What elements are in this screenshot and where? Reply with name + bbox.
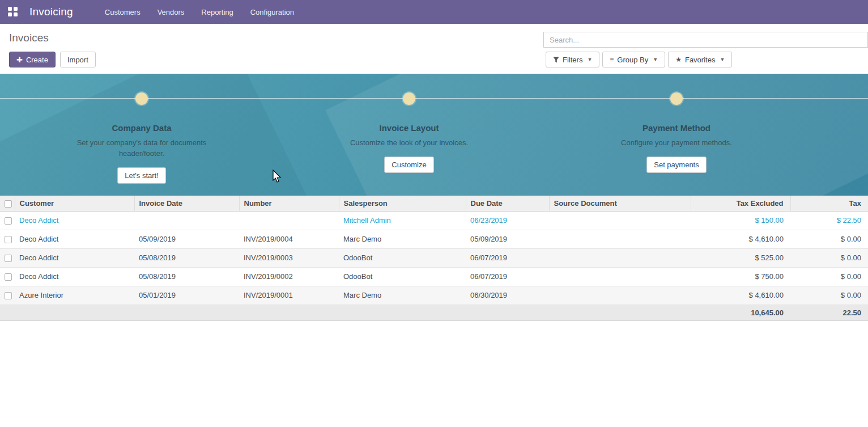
header-tax[interactable]: Tax <box>790 196 868 211</box>
customize-button[interactable]: Customize <box>384 157 433 173</box>
invoice-row[interactable]: Deco Addict 05/09/2019 INV/2019/0004 Mar… <box>0 230 868 248</box>
header-number[interactable]: Number <box>239 196 339 211</box>
group-by-list-icon: ≡ <box>610 56 614 64</box>
chevron-down-icon: ▼ <box>720 57 725 62</box>
cell-number: INV/2019/0001 <box>239 286 339 305</box>
cell-salesperson: OdooBot <box>339 267 466 286</box>
cell-salesperson: Marc Demo <box>339 286 466 305</box>
cell-source-document <box>549 248 691 267</box>
step-invoice-layout: Invoice Layout Customize the look of you… <box>275 74 543 184</box>
step-title: Payment Method <box>543 123 810 133</box>
cell-salesperson: Marc Demo <box>339 230 466 248</box>
nav-item-customers[interactable]: Customers <box>105 8 141 16</box>
footer-tax-total: 22.50 <box>790 305 868 320</box>
cell-salesperson: OdooBot <box>339 248 466 267</box>
cell-source-document <box>549 286 691 305</box>
cell-source-document <box>549 267 691 286</box>
onboarding-steps: Company Data Set your company's data for… <box>8 74 810 184</box>
cell-tax: $ 0.00 <box>790 230 868 248</box>
table-footer-row: 10,645.00 22.50 <box>0 305 868 320</box>
cell-customer: Deco Addict <box>15 267 134 286</box>
invoicing-page: Invoicing Customers Vendors Reporting Co… <box>0 0 868 427</box>
nav-item-vendors[interactable]: Vendors <box>158 8 185 16</box>
cell-due-date: 06/23/2019 <box>466 211 549 230</box>
action-buttons: ✚ Create Import <box>9 52 96 67</box>
cell-tax-excluded: $ 150.00 <box>691 211 790 230</box>
cell-invoice-date: 05/08/2019 <box>134 267 239 286</box>
invoice-row[interactable]: Deco Addict 05/08/2019 INV/2019/0003 Odo… <box>0 248 868 267</box>
cell-invoice-date: 05/09/2019 <box>134 230 239 248</box>
cell-source-document <box>549 211 691 230</box>
cell-due-date: 06/30/2019 <box>466 286 549 305</box>
cell-tax: $ 0.00 <box>790 248 868 267</box>
cell-tax-excluded: $ 4,610.00 <box>691 230 790 248</box>
cell-tax: $ 0.00 <box>790 286 868 305</box>
cell-tax-excluded: $ 750.00 <box>691 267 790 286</box>
filters-button[interactable]: Filters ▼ <box>546 52 599 67</box>
row-checkbox[interactable] <box>5 217 12 225</box>
cell-customer: Azure Interior <box>15 286 134 305</box>
header-tax-excluded[interactable]: Tax Excluded <box>691 196 790 211</box>
select-all-header[interactable] <box>0 196 15 211</box>
cell-invoice-date <box>134 211 239 230</box>
favorites-button[interactable]: ★ Favorites ▼ <box>668 52 732 67</box>
footer-tax-excluded-total: 10,645.00 <box>691 305 790 320</box>
step-description: Customize the look of your invoices. <box>344 138 474 149</box>
app-title[interactable]: Invoicing <box>29 6 73 18</box>
row-checkbox[interactable] <box>5 292 12 299</box>
invoice-row[interactable]: Deco Addict Mitchell Admin 06/23/2019 $ … <box>0 211 868 230</box>
filter-funnel-icon <box>553 57 559 63</box>
row-checkbox[interactable] <box>5 273 12 281</box>
lets-start-button[interactable]: Let's start! <box>117 167 166 184</box>
step-description: Set your company's data for documents he… <box>76 138 207 159</box>
create-button[interactable]: ✚ Create <box>9 52 56 67</box>
breadcrumb: Invoices <box>9 32 49 44</box>
cell-invoice-date: 05/08/2019 <box>134 248 239 267</box>
plus-icon: ✚ <box>16 56 23 64</box>
cell-tax: $ 22.50 <box>790 211 868 230</box>
star-icon: ★ <box>675 56 682 64</box>
apps-grid-icon[interactable] <box>8 7 18 17</box>
nav-menu: Customers Vendors Reporting Configuratio… <box>105 8 294 16</box>
cell-due-date: 06/07/2019 <box>466 248 549 267</box>
chevron-down-icon: ▼ <box>587 57 592 62</box>
step-payment-method: Payment Method Configure your payment me… <box>543 74 810 184</box>
row-checkbox[interactable] <box>5 255 12 262</box>
cell-number: INV/2019/0004 <box>239 230 339 248</box>
group-by-button[interactable]: ≡ Group By ▼ <box>602 52 665 67</box>
top-navbar: Invoicing Customers Vendors Reporting Co… <box>0 0 868 24</box>
chevron-down-icon: ▼ <box>653 57 658 62</box>
search-option-buttons: Filters ▼ ≡ Group By ▼ ★ Favorites ▼ <box>546 52 732 67</box>
row-checkbox[interactable] <box>5 236 12 243</box>
select-all-checkbox[interactable] <box>5 200 12 208</box>
import-button[interactable]: Import <box>60 52 96 67</box>
cell-number: INV/2019/0003 <box>239 248 339 267</box>
table-header-row: Customer Invoice Date Number Salesperson… <box>0 196 868 211</box>
cell-customer: Deco Addict <box>15 211 134 230</box>
step-description: Configure your payment methods. <box>611 138 742 149</box>
cell-tax-excluded: $ 4,610.00 <box>691 286 790 305</box>
invoices-table: Customer Invoice Date Number Salesperson… <box>0 196 868 321</box>
invoice-row[interactable]: Azure Interior 05/01/2019 INV/2019/0001 … <box>0 286 868 305</box>
header-invoice-date[interactable]: Invoice Date <box>134 196 239 211</box>
header-source-document[interactable]: Source Document <box>549 196 691 211</box>
nav-item-reporting[interactable]: Reporting <box>201 8 233 16</box>
header-salesperson[interactable]: Salesperson <box>339 196 466 211</box>
step-company-data: Company Data Set your company's data for… <box>8 74 275 184</box>
step-title: Company Data <box>8 123 275 133</box>
cell-customer: Deco Addict <box>15 248 134 267</box>
set-payments-button[interactable]: Set payments <box>646 157 707 173</box>
invoice-row[interactable]: Deco Addict 05/08/2019 INV/2019/0002 Odo… <box>0 267 868 286</box>
cell-tax: $ 0.00 <box>790 267 868 286</box>
header-due-date[interactable]: Due Date <box>466 196 549 211</box>
control-panel: Invoices ✚ Create Import Filters ▼ ≡ Gro… <box>0 24 868 74</box>
nav-item-configuration[interactable]: Configuration <box>250 8 294 16</box>
search-input[interactable] <box>543 32 868 48</box>
cell-number <box>239 211 339 230</box>
cell-due-date: 06/07/2019 <box>466 267 549 286</box>
cell-customer: Deco Addict <box>15 230 134 248</box>
cell-number: INV/2019/0002 <box>239 267 339 286</box>
step-dot-icon <box>135 92 148 105</box>
header-customer[interactable]: Customer <box>15 196 134 211</box>
step-dot-icon <box>670 92 683 105</box>
